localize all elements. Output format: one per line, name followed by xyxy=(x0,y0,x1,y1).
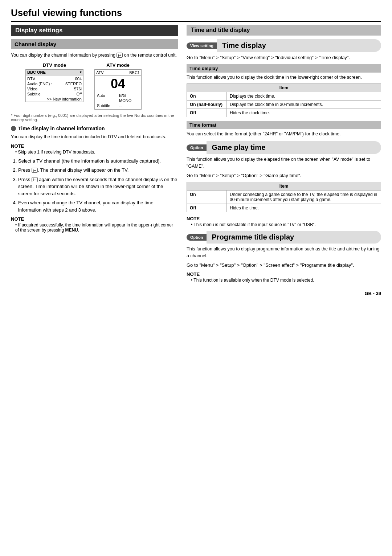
bullet-icon xyxy=(11,126,16,131)
right-column: Time and title display View setting Time… xyxy=(187,25,381,283)
time-display-table: Item On Displays the clock time. On (hal… xyxy=(187,83,381,117)
note2-item: If acquired successfully, the time infor… xyxy=(15,222,178,233)
time-display-pill: View setting Time display xyxy=(187,39,381,52)
table-row: Off Hides the time. xyxy=(187,204,381,212)
time-on-value: Displays the clock time. xyxy=(227,92,381,101)
dtv-mode-block: DTV mode BBC ONE * DTV004 Audio (ENG) :S… xyxy=(25,62,83,110)
star-icon: * xyxy=(80,70,82,76)
bbc-header-left: BBC ONE xyxy=(27,70,46,76)
step-4: Even when you change the TV channel, you… xyxy=(18,199,178,213)
time-display-goto: Go to "Menu" > "Setup" > "View setting" … xyxy=(187,54,381,61)
note2-list: If acquired successfully, the time infor… xyxy=(11,222,178,233)
game-off-value: Hides the time. xyxy=(227,204,381,212)
dtv-box: BBC ONE * DTV004 Audio (ENG) :STEREO Vid… xyxy=(25,69,83,102)
channel-display-intro: You can display the channel information … xyxy=(11,52,178,59)
atv-big-num: 04 xyxy=(95,76,141,92)
game-play-goto: Go to "Menu" > "Setup" > "Option" > "Gam… xyxy=(187,172,381,179)
time-display-body: This function allows you to display the … xyxy=(187,74,381,81)
table-row: On Displays the clock time. xyxy=(187,92,381,101)
note2-label: NOTE xyxy=(11,216,178,222)
table-row: Off Hides the clock time. xyxy=(187,109,381,117)
programme-note-list: This function is available only when the… xyxy=(187,278,381,283)
game-on-value: Under connecting a game console to the T… xyxy=(227,191,381,204)
time-display-pill-title: Time display xyxy=(217,39,381,52)
step-2: Press i+. The channel display will appea… xyxy=(18,167,178,174)
game-note-list: This menu is not selectable if the input… xyxy=(187,222,381,227)
time-halfhourly-value: Displays the clock time in 30-minute inc… xyxy=(227,101,381,109)
game-play-body: This function allows you to display the … xyxy=(187,156,381,170)
time-format-body: You can select the time format (either "… xyxy=(187,131,381,138)
atv-box: ATVBBC1 04 AutoB/G MONO Subtitle-- xyxy=(94,69,142,110)
time-halfhourly-label: On (half-hourly) xyxy=(187,101,227,109)
table-row: On Under connecting a game console to th… xyxy=(187,191,381,204)
page-number: GB - 39 xyxy=(11,291,381,296)
channel-modes: DTV mode BBC ONE * DTV004 Audio (ENG) :S… xyxy=(11,62,178,110)
atv-mode-block: ATV mode ATVBBC1 04 AutoB/G MONO Subtitl… xyxy=(94,62,142,110)
programme-note-item: This function is available only when the… xyxy=(191,278,381,283)
note1-list: Skip step 1 if receiving DTV broadcasts. xyxy=(11,150,178,155)
programme-note-label: NOTE xyxy=(187,271,381,277)
step-3: Press i+ again within the several second… xyxy=(18,176,178,197)
channel-display-header: Channel display xyxy=(11,39,178,49)
atv-mode-label: ATV mode xyxy=(94,62,142,68)
time-format-subheader: Time format xyxy=(187,121,381,129)
page-title: Useful viewing functions xyxy=(11,7,381,22)
steps-list: Select a TV channel (the time informatio… xyxy=(11,158,178,214)
time-on-label: On xyxy=(187,92,227,101)
programme-pill-title: Programme title display xyxy=(207,231,381,244)
left-column: Display settings Channel display You can… xyxy=(11,25,178,233)
time-off-value: Hides the clock time. xyxy=(227,109,381,117)
table-row: On (half-hourly) Displays the clock time… xyxy=(187,101,381,109)
game-play-pill-title: Game play time xyxy=(207,141,381,154)
programme-pill: Option Programme title display xyxy=(187,231,381,244)
game-off-label: Off xyxy=(187,204,227,212)
time-title-display-header: Time and title display xyxy=(187,25,381,36)
step-1: Select a TV channel (the time informatio… xyxy=(18,158,178,165)
game-play-pill: Option Game play time xyxy=(187,141,381,154)
dtv-mode-label: DTV mode xyxy=(25,62,83,68)
game-option-tag: Option xyxy=(187,144,207,151)
game-note-item: This menu is not selectable if the input… xyxy=(191,222,381,227)
time-table-header: Item xyxy=(187,84,381,92)
time-display-channel-intro: You can display the time information inc… xyxy=(11,134,178,140)
game-on-label: On xyxy=(187,191,227,204)
note1-item: Skip step 1 if receiving DTV broadcasts. xyxy=(15,150,178,155)
note1-label: NOTE xyxy=(11,143,178,149)
time-display-subheader: Time display xyxy=(187,64,381,73)
time-display-subsection-title: Time display in channel information xyxy=(11,126,178,131)
display-settings-header: Display settings xyxy=(11,25,178,36)
programme-option-tag: Option xyxy=(187,234,207,241)
programme-body: This function allows you to display prog… xyxy=(187,246,381,259)
programme-goto: Go to "Menu" > "Setup" > "Option" > "Scr… xyxy=(187,262,381,269)
game-play-table: Item On Under connecting a game console … xyxy=(187,182,381,212)
game-table-header: Item xyxy=(187,182,381,191)
time-off-label: Off xyxy=(187,109,227,117)
game-note-label: NOTE xyxy=(187,216,381,221)
channel-footnote: * Four digit numbers (e.g., 0001) are di… xyxy=(11,113,178,122)
view-setting-tag: View setting xyxy=(187,42,217,49)
